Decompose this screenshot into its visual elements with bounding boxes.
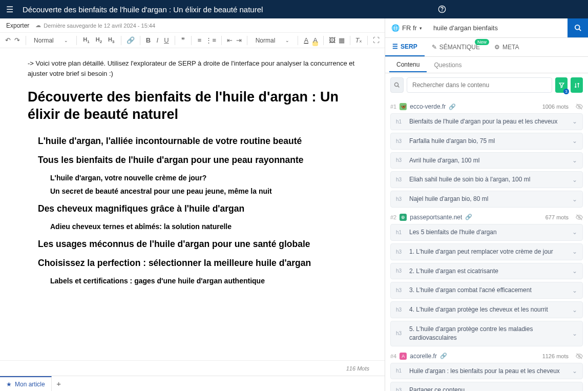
h1-button[interactable]: H1 [81,36,91,44]
paragraph-style-select[interactable]: Normal ⌄ [31,37,71,44]
word-count: 116 Mots [331,365,385,372]
word-count: 1006 mots [542,104,569,110]
favicon: A [400,353,407,360]
tab-semantic[interactable]: ✎ SÉMANTIQUE New [425,38,487,56]
gear-icon: ⚙ [494,44,500,51]
svg-line-6 [398,86,400,88]
content-filter-input[interactable] [407,77,552,93]
h2-button[interactable]: H2 [94,36,103,44]
bold-button[interactable]: B [145,35,152,46]
heading-row[interactable]: h31. L'huile d'argan peut remplacer votr… [390,243,583,260]
external-link-icon[interactable]: 🔗 [440,353,447,359]
chevron-down-icon: ⌄ [572,367,577,375]
heading-row[interactable]: h3Farfalla huile d'argan bio, 75 ml⌄ [390,133,583,150]
heading-row[interactable]: h35. L'huile d'argan protège contre les … [390,321,583,346]
link-icon[interactable]: 🔗 [127,35,135,46]
sort-button[interactable] [571,77,583,93]
heading-text: Partager ce contenu [409,386,572,391]
favicon: 🦋 [400,103,407,110]
heading-tag: h3 [396,249,404,255]
heading-row[interactable]: h33. L'huile d'argan combat l'acné effic… [390,282,583,299]
heading-row[interactable]: h1Bienfaits de l'huile d'argan pour la p… [390,113,583,130]
chevron-down-icon: ⌄ [572,229,577,236]
heading-tag: h3 [396,331,404,336]
result-header[interactable]: #4Aacorelle.fr🔗1126 mots [390,353,583,360]
chevron-down-icon: ⌄ [572,137,577,145]
heading-tag: h3 [396,196,404,202]
hide-icon[interactable] [576,103,583,110]
editor-panel: Exporter ☁ Dernière sauvegarde le 12 avr… [0,18,385,391]
indent-left-icon[interactable]: ⇤ [227,35,233,46]
heading-text: Najel huile d'argan bio, 80 ml [409,195,572,203]
list-icon: ☰ [392,43,398,50]
doc-h3: L'huile d'argan, votre nouvelle crème de… [50,174,369,182]
hide-icon[interactable] [576,353,583,360]
tab-serp[interactable]: ☰ SERP [385,38,425,56]
word-count: 1126 mots [542,353,569,359]
result-domain: passeportsante.net [410,214,462,221]
italic-button[interactable]: I [154,35,160,46]
cloud-icon: ☁ [35,22,41,29]
heading-row[interactable]: h1Les 5 bienfaits de l'huile d'argan⌄ [390,224,583,241]
heading-tag: h1 [396,119,404,125]
heading-text: 1. L'huile d'argan peut remplacer votre … [409,248,572,256]
favicon: ⊕ [400,214,407,221]
h3-button[interactable]: H3 [107,36,116,44]
ordered-list-icon[interactable]: ≡ [197,35,203,46]
undo-icon[interactable]: ↶ [5,35,11,46]
export-button[interactable]: Exporter [6,22,29,29]
result-header[interactable]: #1🦋ecco-verde.fr🔗1006 mots [390,103,583,110]
redo-icon[interactable]: ↷ [14,35,20,46]
locale-selector[interactable]: 🌐 FR fr ▾ [385,24,428,32]
doc-h1: Découverte des bienfaits de l'huile d'ar… [28,89,355,124]
table-icon[interactable]: ▦ [339,35,345,46]
indent-right-icon[interactable]: ⇥ [236,35,242,46]
chevron-down-icon: ⌄ [572,157,577,164]
result-group: #1🦋ecco-verde.fr🔗1006 motsh1Bienfaits de… [390,103,583,208]
subtab-content[interactable]: Contenu [389,58,427,72]
help-icon[interactable] [438,5,446,13]
hide-icon[interactable] [576,214,583,221]
fullscreen-icon[interactable]: ⛶ [373,35,380,46]
pen-icon: ✎ [432,44,437,51]
heading-tag: h3 [396,287,404,293]
image-icon[interactable]: 🖼 [329,35,335,46]
editor-toolbar: ↶ ↷ Normal ⌄ H1 H2 H3 🔗 B I U ❞ ≡ ⋮≡ ⇤ ⇥ [0,33,385,48]
chevron-down-icon: ▾ [419,26,422,31]
heading-row[interactable]: h1Huile d'argan : les bienfaits pour la … [390,363,583,380]
add-tab-button[interactable]: + [52,379,66,388]
tab-meta[interactable]: ⚙ META [487,38,526,56]
highlight-icon[interactable]: A [312,35,319,46]
heading-tag: h3 [396,307,404,313]
intro-text: -> Voici votre plan détaillé. Utilisez l… [28,58,355,78]
font-style-select[interactable]: Normal ⌄ [253,37,293,44]
external-link-icon[interactable]: 🔗 [465,214,472,220]
heading-row[interactable]: h34. L'huile d'argan protège les cheveux… [390,301,583,318]
heading-text: 4. L'huile d'argan protège les cheveux e… [409,305,572,314]
editor-content[interactable]: -> Voici votre plan détaillé. Utilisez l… [0,48,385,360]
filter-count-badge: 3 [563,89,569,94]
unordered-list-icon[interactable]: ⋮≡ [205,35,216,46]
heading-text: Eliah sahil huile de soin bio à l'argan,… [409,175,572,184]
svg-point-3 [575,25,579,30]
text-color-icon[interactable]: A [303,35,309,46]
underline-button[interactable]: U [163,35,170,46]
heading-row[interactable]: h3Najel huile d'argan bio, 80 ml⌄ [390,191,583,208]
result-header[interactable]: #2⊕passeportsante.net🔗677 mots [390,214,583,221]
doc-h2: Des cheveux magnifiques grâce à l'huile … [38,203,369,214]
heading-row[interactable]: h3Partager ce contenu⌄ [390,382,583,391]
search-button[interactable] [568,18,588,37]
menu-icon[interactable]: ☰ [6,5,13,14]
filter-button[interactable]: 3 [555,77,568,93]
serp-panel: 🌐 FR fr ▾ ☰ SERP ✎ SÉMANTIQUE New ⚙ META [385,18,588,391]
heading-row[interactable]: h3Eliah sahil huile de soin bio à l'arga… [390,171,583,188]
subtab-questions[interactable]: Questions [427,58,469,72]
svg-line-4 [579,29,581,31]
clear-format-icon[interactable]: Tₓ [355,35,362,46]
heading-row[interactable]: h3Avril huile d'argan, 100 ml⌄ [390,152,583,169]
external-link-icon[interactable]: 🔗 [449,104,456,110]
heading-row[interactable]: h32. L'huile d'argan est cicatrisante⌄ [390,263,583,280]
tab-article[interactable]: ★ Mon article [0,376,52,391]
quote-icon[interactable]: ❞ [180,35,186,46]
serp-query-input[interactable] [428,18,568,37]
